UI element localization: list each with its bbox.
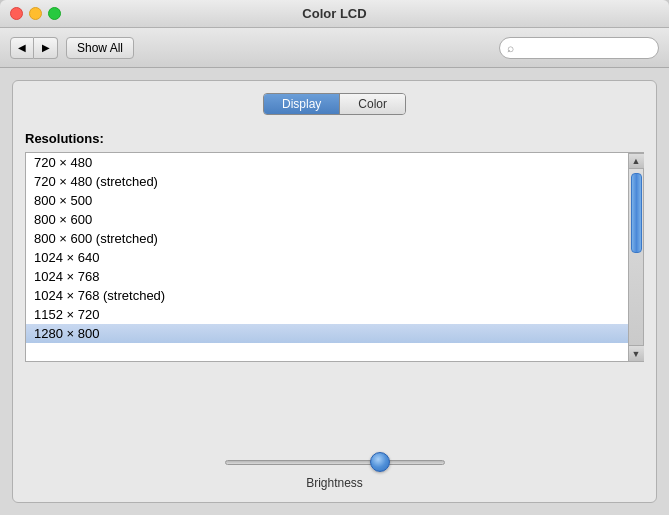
scrollbar-thumb[interactable]	[631, 173, 642, 253]
maximize-button[interactable]	[48, 7, 61, 20]
list-item[interactable]: 720 × 480	[26, 153, 628, 172]
close-button[interactable]	[10, 7, 23, 20]
main-content: Display Color Resolutions: 720 × 480720 …	[0, 68, 669, 515]
list-item[interactable]: 1152 × 720	[26, 305, 628, 324]
scroll-up-button[interactable]: ▲	[629, 153, 644, 169]
list-item[interactable]: 1280 × 800	[26, 324, 628, 343]
forward-icon: ▶	[42, 42, 50, 53]
back-icon: ◀	[18, 42, 26, 53]
back-button[interactable]: ◀	[10, 37, 34, 59]
search-input[interactable]	[499, 37, 659, 59]
brightness-track	[225, 460, 445, 465]
list-item[interactable]: 720 × 480 (stretched)	[26, 172, 628, 191]
brightness-thumb[interactable]	[370, 452, 390, 472]
titlebar: Color LCD	[0, 0, 669, 28]
show-all-button[interactable]: Show All	[66, 37, 134, 59]
list-item[interactable]: 800 × 600 (stretched)	[26, 229, 628, 248]
search-icon: ⌕	[507, 41, 514, 55]
window-title: Color LCD	[302, 6, 366, 21]
brightness-slider-container	[225, 452, 445, 472]
scrollbar[interactable]: ▲ ▼	[628, 153, 643, 361]
nav-buttons: ◀ ▶	[10, 37, 58, 59]
list-item[interactable]: 1024 × 768 (stretched)	[26, 286, 628, 305]
forward-button[interactable]: ▶	[34, 37, 58, 59]
resolutions-section: Resolutions: 720 × 480720 × 480 (stretch…	[25, 131, 644, 436]
brightness-label: Brightness	[306, 476, 363, 490]
resolutions-list-wrapper: 720 × 480720 × 480 (stretched)800 × 5008…	[25, 152, 644, 362]
tab-display[interactable]: Display	[264, 94, 340, 114]
panel: Display Color Resolutions: 720 × 480720 …	[12, 80, 657, 503]
tabs-row: Display Color	[25, 93, 644, 115]
toolbar: ◀ ▶ Show All ⌕	[0, 28, 669, 68]
resolutions-label: Resolutions:	[25, 131, 644, 146]
list-item[interactable]: 1024 × 768	[26, 267, 628, 286]
traffic-lights	[10, 7, 61, 20]
tab-group: Display Color	[263, 93, 406, 115]
scroll-down-button[interactable]: ▼	[629, 345, 644, 361]
minimize-button[interactable]	[29, 7, 42, 20]
list-item[interactable]: 800 × 500	[26, 191, 628, 210]
resolutions-list: 720 × 480720 × 480 (stretched)800 × 5008…	[26, 153, 628, 361]
brightness-section: Brightness	[25, 452, 644, 490]
list-item[interactable]: 1024 × 640	[26, 248, 628, 267]
list-item[interactable]: 800 × 600	[26, 210, 628, 229]
tab-color[interactable]: Color	[340, 94, 405, 114]
search-container: ⌕	[499, 37, 659, 59]
